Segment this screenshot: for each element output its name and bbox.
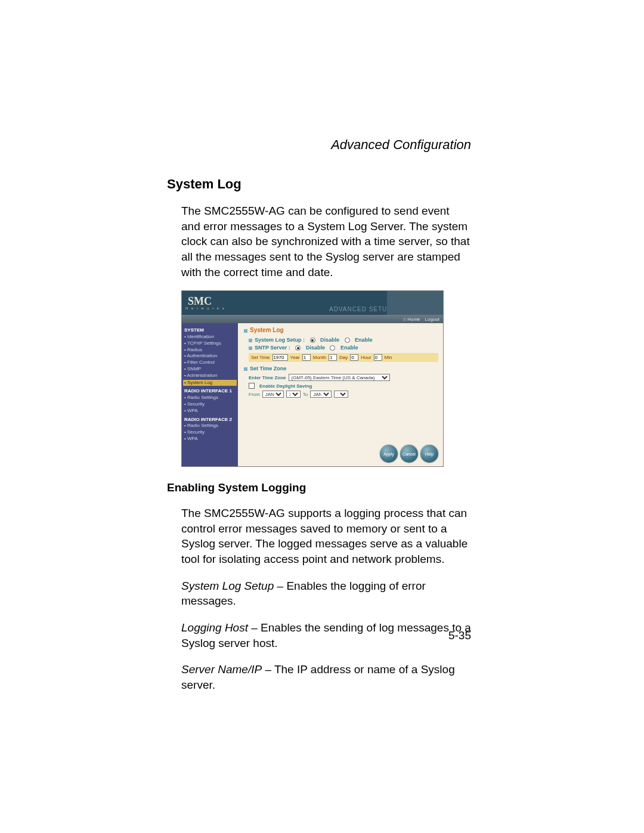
nav-system-log[interactable]: System Log	[183, 380, 237, 386]
timezone-section-heading: Set Time Zone	[244, 366, 438, 371]
daylight-row: Enable Daylight Saving	[249, 383, 438, 389]
home-link[interactable]: ⌂ Home	[403, 317, 420, 322]
logout-link[interactable]: Logout	[425, 317, 439, 322]
month-label: Month	[313, 355, 326, 360]
nav-radio-settings-1[interactable]: Radio Settings	[184, 395, 236, 401]
min-label: Min	[385, 355, 392, 360]
router-main-panel: System Log System Log Setup : Disable En…	[238, 323, 443, 466]
daylight-label: Enable Daylight Saving	[259, 383, 312, 389]
page-number: 5-35	[448, 629, 471, 642]
min-input[interactable]	[374, 354, 382, 361]
to-label: To	[303, 392, 308, 397]
timezone-row: Enter Time Zone (GMT-05) Eastern Time (U…	[249, 374, 438, 381]
year-input[interactable]	[273, 354, 288, 361]
from-label: From	[249, 392, 260, 397]
syslog-disable-label: Disable	[320, 337, 339, 343]
logo-text: SMC	[188, 296, 225, 306]
panel-title: System Log	[244, 327, 438, 333]
to-month-select[interactable]: JAN	[310, 391, 332, 398]
sntp-enable-label: Enable	[340, 345, 358, 351]
nav-identification[interactable]: Identification	[184, 334, 236, 340]
to-day-select[interactable]: 1	[334, 391, 348, 398]
section-heading: System Log	[167, 176, 471, 192]
def1-term: System Log Setup	[181, 580, 274, 592]
syslog-enable-radio[interactable]	[345, 337, 350, 343]
nav-filter-control[interactable]: Filter Control	[184, 360, 236, 366]
nav-security-2[interactable]: Security	[184, 429, 236, 436]
hour-label: Hour	[361, 355, 371, 360]
subheading-enabling-system-logging: Enabling System Logging	[167, 481, 471, 494]
help-button[interactable]: Help	[420, 445, 438, 463]
logo-subtext: N e t w o r k s	[185, 306, 225, 310]
smc-logo: SMC N e t w o r k s	[185, 296, 225, 310]
router-body: SYSTEM Identification TCP/IP Settings Ra…	[182, 323, 443, 466]
day-label: Day	[339, 355, 348, 360]
sntp-label: SNTP Server :	[249, 345, 290, 351]
from-day-select[interactable]: 1	[286, 391, 301, 398]
nav-group-radio2: RADIO INTERFACE 2	[184, 417, 236, 423]
router-topbar: ⌂ Home Logout	[182, 315, 443, 323]
def-system-log-setup: System Log Setup – Enables the logging o…	[181, 578, 471, 609]
para-enabling-logging: The SMC2555W-AG supports a logging proce…	[181, 506, 471, 567]
panel-buttons: Apply Cancel Help	[380, 445, 438, 463]
timezone-label: Enter Time Zone	[249, 375, 286, 380]
syslog-setup-label: System Log Setup :	[249, 337, 305, 343]
nav-authentication[interactable]: Authentication	[184, 353, 236, 360]
page: Advanced Configuration System Log The SM…	[0, 0, 644, 833]
def-logging-host: Logging Host – Enables the sending of lo…	[181, 620, 471, 651]
syslog-disable-radio[interactable]	[310, 337, 315, 343]
nav-group-radio1: RADIO INTERFACE 1	[184, 388, 236, 395]
intro-paragraph: The SMC2555W-AG can be configured to sen…	[181, 203, 471, 280]
set-time-label: Set Time	[251, 355, 270, 360]
sntp-disable-label: Disable	[306, 345, 325, 351]
chapter-title: Advanced Configuration	[167, 137, 471, 153]
nav-snmp[interactable]: SNMP	[184, 366, 236, 373]
daylight-range-row: From JAN 1 To JAN 1	[249, 391, 438, 398]
nav-radius[interactable]: Radius	[184, 347, 236, 354]
def3-term: Server Name/IP	[181, 663, 262, 676]
day-input[interactable]	[329, 354, 337, 361]
def-server-name-ip: Server Name/IP – The IP address or name …	[181, 662, 471, 692]
timezone-select[interactable]: (GMT-05) Eastern Time (US & Canada)	[289, 374, 390, 381]
home-icon: ⌂	[403, 317, 406, 322]
router-sidebar: SYSTEM Identification TCP/IP Settings Ra…	[182, 323, 238, 466]
nav-administration[interactable]: Administration	[184, 373, 236, 379]
header-banner-image	[387, 291, 443, 315]
syslog-enable-label: Enable	[355, 337, 373, 343]
nav-tcpip[interactable]: TCP/IP Settings	[184, 340, 236, 347]
daylight-checkbox[interactable]	[249, 383, 255, 389]
set-time-row: Set Time Year Month Day Hour Min	[249, 353, 438, 362]
router-admin-screenshot: SMC N e t w o r k s ADVANCED SETUP ⌂ Hom…	[181, 290, 444, 467]
hour-input[interactable]	[350, 354, 358, 361]
sntp-disable-radio[interactable]	[295, 345, 301, 351]
sntp-enable-radio[interactable]	[330, 345, 335, 351]
nav-radio-settings-2[interactable]: Radio Settings	[184, 423, 236, 429]
router-header: SMC N e t w o r k s ADVANCED SETUP	[182, 291, 443, 315]
year-label: Year	[290, 355, 300, 360]
syslog-setup-row: System Log Setup : Disable Enable	[249, 337, 438, 343]
nav-group-system: SYSTEM	[184, 327, 236, 334]
month-input[interactable]	[302, 354, 311, 361]
sntp-row: SNTP Server : Disable Enable	[249, 345, 438, 351]
nav-security-1[interactable]: Security	[184, 401, 236, 408]
from-month-select[interactable]: JAN	[262, 391, 284, 398]
def2-term: Logging Host	[181, 621, 248, 634]
nav-wpa-1[interactable]: WPA	[184, 408, 236, 414]
header-caption: ADVANCED SETUP	[329, 306, 392, 312]
apply-button[interactable]: Apply	[380, 445, 398, 463]
cancel-button[interactable]: Cancel	[400, 445, 418, 463]
nav-wpa-2[interactable]: WPA	[184, 436, 236, 442]
